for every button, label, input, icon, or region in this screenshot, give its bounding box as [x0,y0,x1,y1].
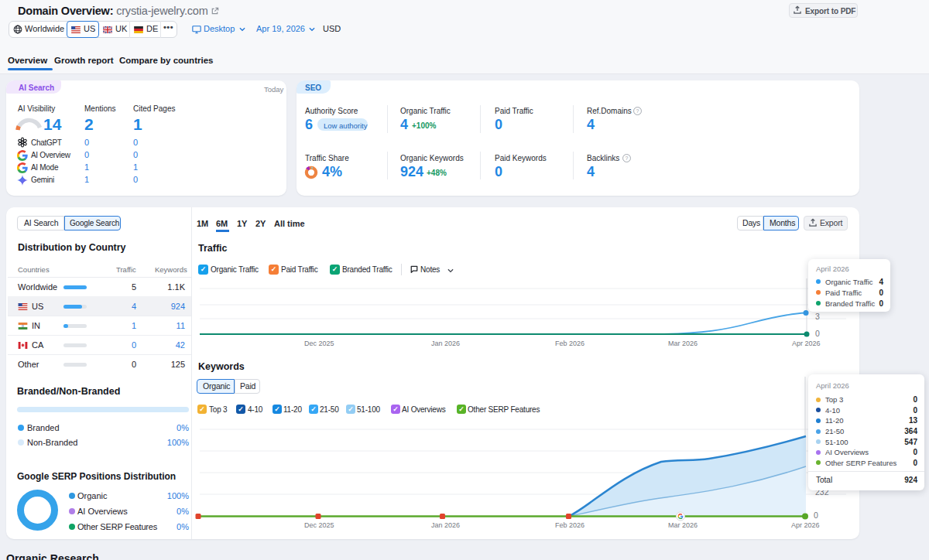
svg-text:?: ? [626,155,629,161]
svg-text:?: ? [636,108,639,114]
